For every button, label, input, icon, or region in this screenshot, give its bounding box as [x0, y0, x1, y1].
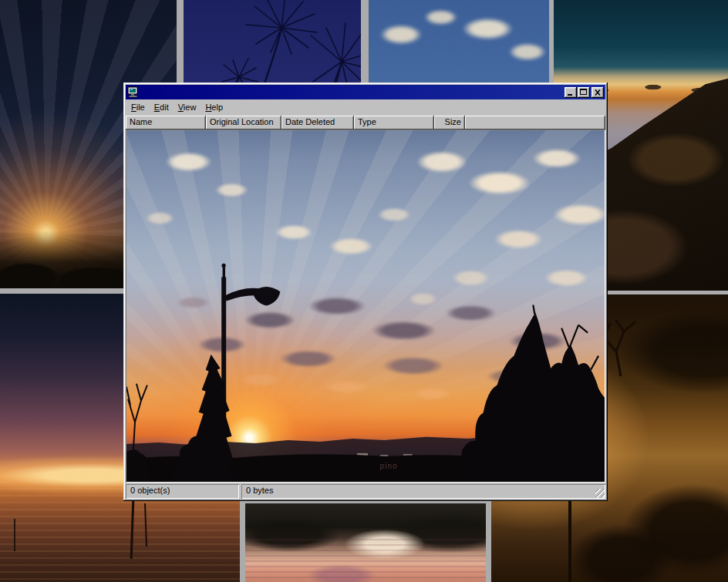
- status-bar: 0 object(s) 0 bytes: [126, 484, 605, 499]
- maximize-icon: [580, 89, 587, 95]
- minimize-button[interactable]: [565, 87, 577, 98]
- menu-edit[interactable]: Edit: [150, 100, 174, 115]
- silhouette-layer: [126, 130, 605, 482]
- status-object-count: 0 object(s): [126, 484, 239, 499]
- sunset-photo: pino: [126, 130, 605, 482]
- street-lamp: [221, 264, 280, 420]
- close-icon: [592, 87, 604, 98]
- file-list-area[interactable]: pino: [126, 130, 605, 483]
- minimize-icon: [568, 94, 572, 96]
- maximize-button[interactable]: [578, 87, 590, 98]
- recycle-bin-window: File Edit View Help Name Original Locati…: [123, 82, 608, 501]
- lake-pole: [14, 519, 15, 551]
- wallpaper-photo-reflection: [245, 503, 486, 582]
- close-button[interactable]: [592, 87, 604, 98]
- right-trees: [461, 313, 605, 482]
- menu-help[interactable]: Help: [201, 100, 228, 115]
- status-size-text: 0 bytes: [246, 486, 273, 495]
- status-size: 0 bytes: [241, 484, 605, 499]
- column-header-original-location[interactable]: Original Location: [206, 116, 281, 130]
- menu-view[interactable]: View: [174, 100, 201, 115]
- water-ripples: [245, 539, 486, 582]
- menu-file[interactable]: File: [126, 100, 150, 115]
- column-header-row: Name Original Location Date Deleted Type…: [126, 116, 605, 130]
- column-header-type[interactable]: Type: [354, 116, 434, 130]
- column-header-filler: [465, 116, 605, 130]
- screen: { "window": { "title": "", "icon": "comp…: [0, 0, 728, 582]
- titlebar[interactable]: [126, 85, 605, 99]
- computer-icon: [127, 86, 140, 98]
- golden-photo-pole: [568, 487, 571, 582]
- photo-watermark: pino: [380, 462, 398, 470]
- resize-grip[interactable]: [595, 489, 605, 498]
- column-header-date-deleted[interactable]: Date Deleted: [281, 116, 354, 130]
- menu-bar: File Edit View Help: [126, 99, 605, 116]
- column-header-size[interactable]: Size: [434, 116, 465, 130]
- column-header-name[interactable]: Name: [126, 116, 206, 130]
